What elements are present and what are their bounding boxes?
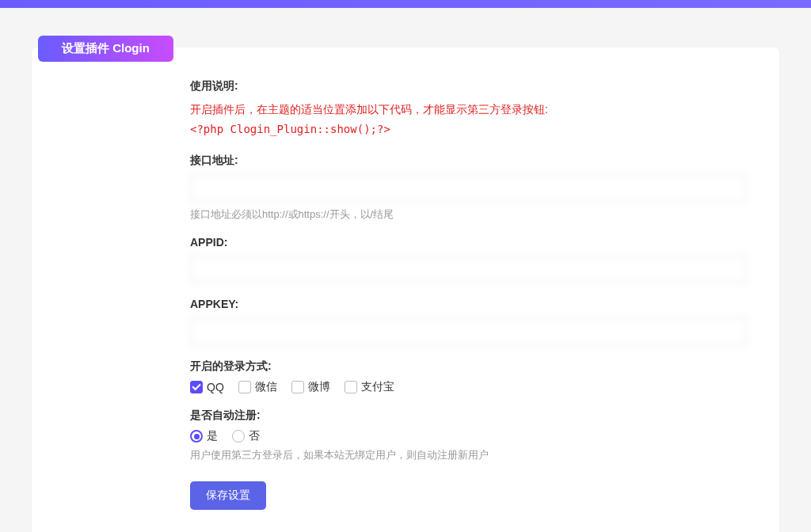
actions-section: 保存设置: [190, 477, 748, 510]
appid-label: APPID:: [190, 236, 748, 249]
panel-title: 设置插件 Clogin: [38, 36, 173, 62]
api-url-section: 接口地址: 接口地址必须以http://或https://开头，以/结尾: [190, 154, 748, 222]
usage-instruction-line1: 开启插件后，在主题的适当位置添加以下代码，才能显示第三方登录按钮:: [190, 100, 748, 120]
api-url-input[interactable]: [190, 174, 748, 203]
checkbox-alipay[interactable]: 支付宝: [345, 380, 394, 394]
appid-input[interactable]: [190, 255, 748, 283]
login-methods-options: QQ 微信 微博 支付宝: [190, 380, 748, 394]
save-button[interactable]: 保存设置: [190, 481, 266, 510]
api-url-label: 接口地址:: [190, 154, 748, 168]
api-url-help: 接口地址必须以http://或https://开头，以/结尾: [190, 207, 748, 222]
checkbox-qq-box: [190, 381, 203, 393]
checkbox-weibo-label: 微博: [308, 380, 330, 394]
auto-register-label: 是否自动注册:: [190, 408, 748, 423]
checkbox-alipay-label: 支付宝: [361, 380, 394, 394]
appid-section: APPID:: [190, 236, 748, 283]
radio-yes-label: 是: [207, 429, 218, 443]
page-wrapper: 设置插件 Clogin 使用说明: 开启插件后，在主题的适当位置添加以下代码，才…: [0, 8, 811, 532]
auto-register-options: 是 否: [190, 429, 748, 443]
checkbox-qq[interactable]: QQ: [190, 381, 224, 393]
radio-no-circle: [232, 430, 245, 443]
radio-no-label: 否: [249, 429, 260, 443]
usage-label: 使用说明:: [190, 79, 748, 93]
auto-register-help: 用户使用第三方登录后，如果本站无绑定用户，则自动注册新用户: [190, 448, 748, 462]
settings-panel: 设置插件 Clogin 使用说明: 开启插件后，在主题的适当位置添加以下代码，才…: [32, 48, 779, 532]
appkey-section: APPKEY:: [190, 298, 748, 345]
auto-register-section: 是否自动注册: 是 否 用户使用第三方登录后，如果本站无绑定用户，则自动注册新用…: [190, 408, 748, 462]
radio-yes-circle: [190, 430, 203, 443]
checkbox-wechat-box: [238, 381, 251, 393]
usage-instruction: 开启插件后，在主题的适当位置添加以下代码，才能显示第三方登录按钮: <?php …: [190, 100, 748, 139]
checkbox-weibo[interactable]: 微博: [291, 380, 330, 394]
login-methods-section: 开启的登录方式: QQ 微信 微博 支付宝: [190, 359, 748, 394]
checkbox-alipay-box: [345, 381, 357, 393]
login-methods-label: 开启的登录方式:: [190, 359, 748, 374]
usage-instruction-code: <?php Clogin_Plugin::show();?>: [190, 120, 748, 139]
usage-section: 使用说明: 开启插件后，在主题的适当位置添加以下代码，才能显示第三方登录按钮: …: [190, 79, 748, 139]
checkbox-wechat[interactable]: 微信: [238, 380, 277, 394]
checkbox-wechat-label: 微信: [255, 380, 277, 394]
appkey-input[interactable]: [190, 317, 748, 345]
radio-yes[interactable]: 是: [190, 429, 218, 443]
checkbox-weibo-box: [291, 381, 304, 393]
appkey-label: APPKEY:: [190, 298, 748, 310]
radio-no[interactable]: 否: [232, 429, 260, 443]
top-accent-bar: [0, 0, 811, 8]
checkbox-qq-label: QQ: [207, 381, 224, 393]
